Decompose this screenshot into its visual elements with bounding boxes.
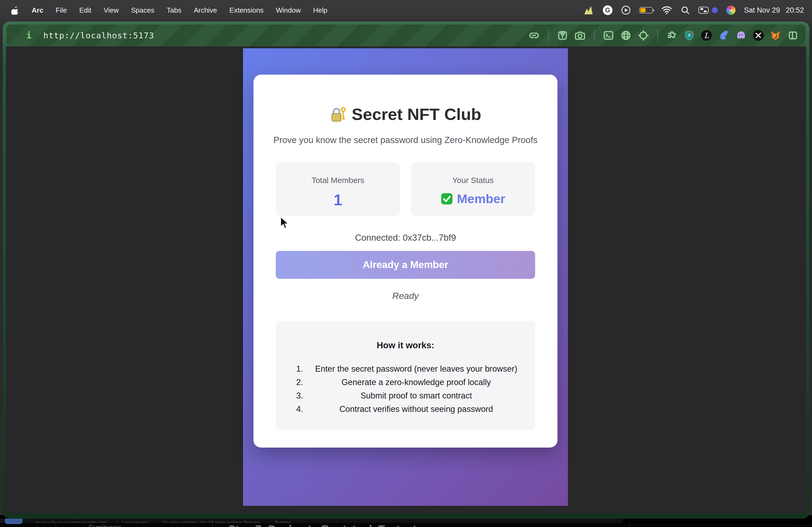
privacy-shield-icon[interactable] — [684, 30, 695, 41]
arc-browser-window: i http://localhost:5173 — [3, 21, 809, 519]
terminal-icon[interactable] — [603, 30, 614, 41]
step-row-3: 3. Submit proof to smart contract — [276, 389, 535, 403]
menu-item-edit[interactable]: Edit — [79, 6, 91, 15]
member-status-text: Member — [457, 191, 505, 206]
menu-item-help[interactable]: Help — [313, 6, 327, 15]
globe-icon[interactable] — [620, 30, 632, 41]
step-number: 1. — [276, 362, 313, 376]
step-text: Submit proof to smart contract — [313, 389, 535, 403]
launchpad-label: Launchpad — [122, 519, 147, 523]
site-info-icon[interactable]: i — [26, 30, 31, 41]
menu-item-archive[interactable]: Archive — [194, 6, 217, 15]
menu-item-arc[interactable]: Arc — [32, 6, 43, 15]
page-title-text: Secret NFT Club — [352, 105, 481, 124]
vscode-tab-title: Symbiosis — [89, 524, 122, 527]
clock-date: Sat Nov 29 — [744, 6, 780, 15]
markdown-heading: Step 7: Deploy to Rootstock Testnet — [228, 523, 417, 527]
step-row-2: 2. Generate a zero-knowledge proof local… — [276, 376, 535, 389]
toolbar-divider — [594, 30, 595, 41]
step-text: Generate a zero-knowledge proof locally — [313, 376, 535, 389]
lock-with-key-icon — [330, 106, 347, 123]
formatter-label: Prettier — [274, 519, 291, 523]
step-text: Enter the secret password (never leaves … — [313, 362, 535, 376]
wifi-icon[interactable] — [661, 6, 672, 15]
step-row-1: 1. Enter the secret password (never leav… — [276, 362, 535, 376]
audio-levels-icon[interactable] — [583, 6, 594, 15]
total-members-card: Total Members 1 — [276, 162, 400, 216]
member-status: Member — [411, 191, 535, 206]
url-bar[interactable]: i http://localhost:5173 — [26, 30, 154, 41]
grammarly-icon[interactable]: G — [603, 5, 612, 15]
copy-link-icon[interactable] — [528, 30, 540, 41]
control-center-icon[interactable] — [698, 7, 709, 14]
your-status-label: Your Status — [411, 176, 535, 185]
phantom-wallet-icon[interactable] — [736, 30, 747, 41]
step-number: 2. — [276, 376, 313, 389]
total-members-value: 1 — [276, 191, 400, 209]
play-status-icon[interactable] — [621, 5, 631, 15]
step-number: 4. — [276, 403, 313, 416]
x-app-icon[interactable] — [753, 30, 764, 41]
page-title: Secret NFT Club — [253, 105, 557, 124]
split-view-icon[interactable] — [787, 30, 799, 41]
step-number: 3. — [276, 389, 313, 403]
menu-item-file[interactable]: File — [56, 6, 67, 15]
vscode-editor-strip[interactable]: Symbiosis Step 7: Deploy to Rootstock Te… — [0, 523, 812, 527]
crosshair-icon[interactable] — [638, 30, 649, 41]
step-text: Contract verifies without seeing passwor… — [313, 403, 535, 416]
how-it-works-heading: How it works: — [276, 340, 535, 350]
clock-time: 20:52 — [786, 6, 804, 15]
toolbar-divider — [548, 30, 549, 41]
status-ready-text: Ready — [253, 291, 557, 301]
bluebird-icon[interactable] — [718, 30, 729, 41]
metamask-fox-icon[interactable] — [770, 30, 781, 41]
menu-item-tabs[interactable]: Tabs — [167, 6, 182, 15]
page-subtitle: Prove you know the secret password using… — [253, 135, 557, 145]
spotlight-search-icon[interactable] — [681, 6, 690, 15]
how-it-works-steps: 1. Enter the secret password (never leav… — [276, 362, 535, 416]
secret-nft-club-card: Secret NFT Club Prove you know the secre… — [253, 75, 557, 448]
easel-image-icon[interactable] — [557, 30, 568, 41]
step-row-4: 4. Contract verifies without seeing pass… — [276, 403, 535, 416]
focus-status-icon[interactable] — [712, 7, 718, 13]
how-it-works-box: How it works: 1. Enter the secret passwo… — [276, 321, 535, 430]
stats-row: Total Members 1 Your Status Member — [276, 162, 535, 216]
loom-icon[interactable]: L — [701, 30, 712, 41]
connected-address: Connected: 0x37cb...7bf9 — [253, 232, 557, 243]
siri-intelligence-icon[interactable]: ∞ — [726, 6, 736, 15]
extensions-puzzle-icon[interactable] — [666, 30, 678, 41]
menu-item-extensions[interactable]: Extensions — [229, 6, 263, 15]
menu-item-spaces[interactable]: Spaces — [131, 6, 155, 15]
vscode-remote-indicator[interactable] — [5, 519, 23, 524]
already-member-button[interactable]: Already a Member — [276, 251, 535, 279]
menu-item-view[interactable]: View — [104, 6, 119, 15]
capture-camera-icon[interactable] — [574, 30, 586, 41]
webapp-page: Secret NFT Club Prove you know the secre… — [243, 48, 568, 506]
git-branch-label: zk-proofs-on-rootstock-with-noir — [35, 519, 106, 523]
browser-viewport: Secret NFT Club Prove you know the secre… — [6, 46, 806, 513]
coding-timer-label: 10 mins coding; 1hr 10 mins writing Docu… — [162, 519, 259, 523]
macos-menu-bar: Arc File Edit View Spaces Tabs Archive E… — [0, 0, 812, 20]
menu-bar-clock[interactable]: Sat Nov 29 20:52 — [744, 6, 804, 15]
check-mark-icon — [441, 193, 453, 205]
browser-toolbar: i http://localhost:5173 — [6, 25, 806, 46]
apple-menu-icon[interactable] — [11, 6, 19, 15]
mouse-cursor — [280, 216, 290, 231]
battery-icon[interactable] — [639, 7, 653, 13]
vscode-status-bar[interactable]: zk-proofs-on-rootstock-with-noir Launchp… — [0, 519, 623, 523]
url-text[interactable]: http://localhost:5173 — [43, 31, 154, 40]
your-status-card: Your Status Member — [411, 162, 535, 216]
total-members-label: Total Members — [276, 176, 400, 185]
toolbar-divider — [657, 30, 658, 41]
menu-item-window[interactable]: Window — [276, 6, 301, 15]
